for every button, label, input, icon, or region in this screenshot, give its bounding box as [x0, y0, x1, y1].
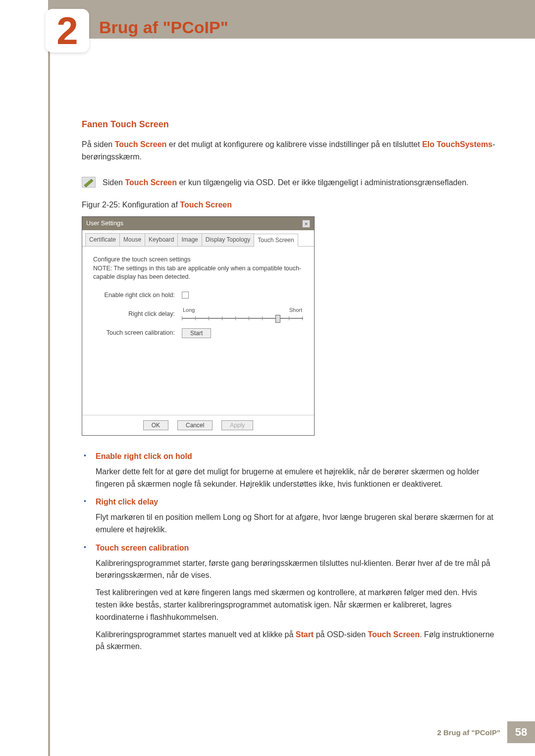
list-item: Touch screen calibration Kalibreringspro…	[82, 542, 495, 653]
text: er kun tilgængelig via OSD. Det er ikke …	[177, 178, 469, 187]
bullet-title: Right click delay	[96, 496, 495, 508]
term-touch-screen: Touch Screen	[115, 140, 167, 149]
label: Touch screen calibration:	[93, 328, 175, 338]
text: Configure the touch screen settings	[93, 255, 303, 264]
close-icon[interactable]: ×	[302, 220, 310, 228]
ok-button[interactable]: OK	[143, 420, 168, 430]
tab-body: Configure the touch screen settings NOTE…	[82, 247, 314, 415]
section-heading: Fanen Touch Screen	[82, 118, 495, 132]
label: Enable right click on hold:	[93, 291, 175, 300]
tab-description: Configure the touch screen settings NOTE…	[93, 255, 303, 282]
figure-caption: Figur 2-25: Konfiguration af Touch Scree…	[82, 199, 495, 211]
tab-strip: Certificate Mouse Keyboard Image Display…	[82, 230, 314, 247]
window-titlebar: User Settings ×	[82, 217, 314, 230]
tab-certificate[interactable]: Certificate	[85, 233, 120, 246]
bullet-body: Test kalibreringen ved at køre fingeren …	[96, 587, 495, 623]
text: Kalibreringsprogrammet startes manuelt v…	[96, 630, 296, 639]
checkbox-icon[interactable]	[182, 292, 189, 299]
label: Right click delay:	[93, 309, 175, 319]
apply-button[interactable]: Apply	[221, 420, 253, 430]
list-item: Right click delay Flyt markøren til en p…	[82, 496, 495, 536]
tab-touch-screen[interactable]: Touch Screen	[254, 234, 298, 247]
bullet-title: Enable right click on hold	[96, 451, 495, 463]
window-title: User Settings	[86, 219, 123, 228]
pencil-note-icon	[82, 177, 96, 188]
slider-short-label: Short	[289, 306, 302, 314]
tab-mouse[interactable]: Mouse	[119, 233, 145, 246]
delay-slider[interactable]	[182, 314, 303, 322]
page-content: Fanen Touch Screen På siden Touch Screen…	[0, 39, 535, 653]
term-touch-screen: Touch Screen	[180, 201, 232, 209]
row-calibration: Touch screen calibration: Start	[93, 328, 303, 338]
bullet-title: Touch screen calibration	[96, 542, 495, 554]
text: på OSD-siden	[314, 630, 368, 639]
tab-display-topology[interactable]: Display Topology	[202, 233, 255, 246]
text: Figur 2-25: Konfiguration af	[82, 201, 180, 209]
term-start: Start	[296, 630, 314, 639]
slider-wrap: Long Short	[182, 306, 303, 322]
dialog-footer: OK Cancel Apply	[82, 415, 314, 435]
text: er det muligt at konfigurere og kalibrer…	[166, 140, 422, 149]
tab-image[interactable]: Image	[177, 233, 202, 246]
text: Siden	[103, 178, 125, 187]
header-left-white	[0, 0, 49, 39]
chapter-title: Brug af "PCoIP"	[99, 18, 228, 37]
footer-chapter-label: 2 Brug af "PCoIP"	[437, 728, 507, 737]
row-right-click-delay: Right click delay: Long Short	[93, 306, 303, 322]
slider-long-label: Long	[183, 306, 195, 314]
bullet-body: Marker dette felt for at gøre det muligt…	[96, 466, 495, 491]
tab-keyboard[interactable]: Keyboard	[145, 233, 178, 246]
page-footer: 2 Brug af "PCoIP" 58	[437, 721, 535, 743]
text: NOTE: The settings in this tab are appli…	[93, 264, 303, 282]
info-note: Siden Touch Screen er kun tilgængelig vi…	[82, 177, 495, 189]
text: På siden	[82, 140, 115, 149]
term-elo: Elo TouchSystems	[422, 140, 492, 149]
term-touch-screen: Touch Screen	[368, 630, 420, 639]
settings-window: User Settings × Certificate Mouse Keyboa…	[82, 216, 315, 436]
page-number: 58	[507, 721, 535, 743]
row-enable-right-click: Enable right click on hold:	[93, 291, 303, 300]
term-touch-screen: Touch Screen	[125, 178, 177, 187]
cancel-button[interactable]: Cancel	[177, 420, 213, 430]
note-text: Siden Touch Screen er kun tilgængelig vi…	[103, 177, 469, 189]
start-button[interactable]: Start	[182, 328, 211, 338]
intro-paragraph: På siden Touch Screen er det muligt at k…	[82, 139, 495, 163]
bullet-body: Flyt markøren til en position mellem Lon…	[96, 511, 495, 536]
list-item: Enable right click on hold Marker dette …	[82, 451, 495, 490]
bullet-body: Kalibreringsprogrammet startes manuelt v…	[96, 629, 495, 654]
bullet-body: Kalibreringsprogrammet starter, første g…	[96, 557, 495, 582]
option-list: Enable right click on hold Marker dette …	[82, 451, 495, 653]
